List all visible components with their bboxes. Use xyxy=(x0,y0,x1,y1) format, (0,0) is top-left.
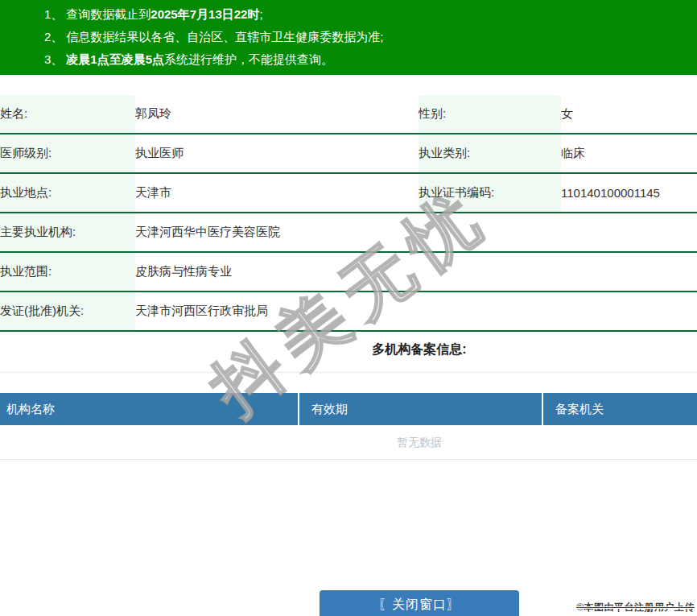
notice-item-3: 3、凌晨1点至凌晨5点系统进行维护，不能提供查询。 xyxy=(44,48,697,71)
field-label-practice-location: 执业地点: xyxy=(0,173,135,213)
field-label-name: 姓名: xyxy=(0,95,135,134)
notice-text: 查询数据截止到 xyxy=(66,7,151,21)
field-label-main-institution: 主要执业机构: xyxy=(0,213,135,252)
field-value-main-institution: 天津河西华中医疗美容医院 xyxy=(135,213,697,252)
divider xyxy=(0,372,697,373)
close-window-button[interactable]: 〖关闭窗口〗 xyxy=(320,590,519,616)
field-label-gender: 性别: xyxy=(419,95,561,134)
notice-text-bold: 凌晨1点至凌晨5点 xyxy=(66,52,164,66)
notice-number: 2、 xyxy=(44,30,63,43)
field-value-practice-scope: 皮肤病与性病专业 xyxy=(135,252,697,291)
field-value-name: 郭凤玲 xyxy=(135,95,419,134)
table-row: 发证(批准)机关: 天津市河西区行政审批局 xyxy=(0,291,697,331)
copyright-watermark: ©本图由平台注册用户上传 xyxy=(576,601,695,614)
filing-table: 机构名称 有效期 备案机关 暂无数据 xyxy=(0,393,697,460)
column-header-filing-authority: 备案机关 xyxy=(542,393,697,425)
field-label-issuing-authority: 发证(批准)机关: xyxy=(0,291,135,331)
notice-number: 1、 xyxy=(44,7,63,21)
filing-table-header: 机构名称 有效期 备案机关 xyxy=(0,393,697,425)
field-value-doctor-level: 执业医师 xyxy=(135,134,419,173)
notice-text-bold: 2025年7月13日22时 xyxy=(151,7,259,21)
column-header-validity-period: 有效期 xyxy=(298,393,542,425)
doctor-info-table: 姓名: 郭凤玲 性别: 女 医师级别: 执业医师 执业类别: 临床 执业地点: … xyxy=(0,95,697,332)
table-row: 医师级别: 执业医师 执业类别: 临床 xyxy=(0,134,697,173)
notice-item-2: 2、信息数据结果以各省、自治区、直辖市卫生健康委数据为准; xyxy=(44,26,697,48)
notice-number: 3、 xyxy=(44,52,63,66)
notice-text: ; xyxy=(259,7,262,21)
table-row: 执业地点: 天津市 执业证书编码: 110140100001145 xyxy=(0,173,697,213)
field-value-issuing-authority: 天津市河西区行政审批局 xyxy=(135,291,697,331)
column-header-institution-name: 机构名称 xyxy=(0,393,298,425)
empty-data-text: 暂无数据 xyxy=(0,425,697,460)
notice-banner: 1、查询数据截止到2025年7月13日22时; 2、信息数据结果以各省、自治区、… xyxy=(0,0,697,75)
field-value-gender: 女 xyxy=(561,95,697,134)
field-value-practice-category: 临床 xyxy=(561,134,697,173)
table-row: 主要执业机构: 天津河西华中医疗美容医院 xyxy=(0,213,697,252)
field-value-practice-location: 天津市 xyxy=(135,173,419,213)
field-label-practice-scope: 执业范围: xyxy=(0,252,135,291)
section-title-multi-institution: 多机构备案信息: xyxy=(0,337,697,362)
field-label-practice-category: 执业类别: xyxy=(419,134,561,173)
notice-item-1: 1、查询数据截止到2025年7月13日22时; xyxy=(44,3,697,26)
query-result-page: 1、查询数据截止到2025年7月13日22时; 2、信息数据结果以各省、自治区、… xyxy=(0,0,697,616)
field-label-certificate-code: 执业证书编码: xyxy=(419,173,561,213)
field-label-doctor-level: 医师级别: xyxy=(0,134,135,173)
notice-text: 信息数据结果以各省、自治区、直辖市卫生健康委数据为准; xyxy=(66,30,383,43)
table-row: 执业范围: 皮肤病与性病专业 xyxy=(0,252,697,291)
field-value-certificate-code: 110140100001145 xyxy=(561,173,697,213)
table-row: 姓名: 郭凤玲 性别: 女 xyxy=(0,95,697,134)
notice-text: 系统进行维护，不能提供查询。 xyxy=(164,52,333,66)
